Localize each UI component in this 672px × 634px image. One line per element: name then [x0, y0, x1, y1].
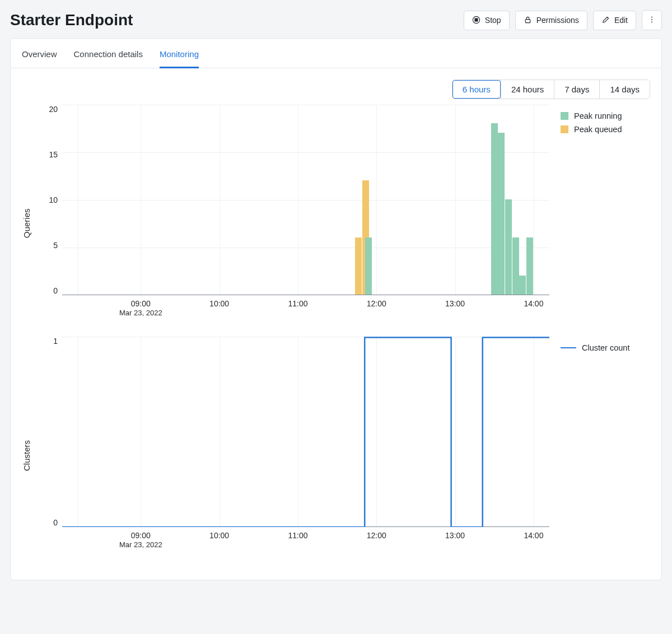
- legend-label: Peak queued: [574, 125, 622, 134]
- header-actions: Stop Permissions Edit: [464, 10, 662, 30]
- kebab-menu-button[interactable]: [642, 10, 662, 30]
- permissions-button[interactable]: Permissions: [515, 11, 587, 30]
- legend-item-running: Peak running: [561, 111, 650, 120]
- x-ticks: 09:00Mar 23, 202210:0011:0012:0013:0014:…: [62, 527, 549, 552]
- legend-swatch: [561, 112, 568, 120]
- tab-monitoring[interactable]: Monitoring: [160, 49, 199, 68]
- svg-point-4: [651, 18, 652, 20]
- svg-rect-1: [475, 18, 478, 21]
- legend-item-cluster: Cluster count: [561, 343, 650, 352]
- y-axis-label: Clusters: [22, 337, 32, 552]
- legend-item-queued: Peak queued: [561, 125, 650, 134]
- legend: Peak runningPeak queued: [561, 105, 650, 320]
- chart-queries: Queries2015105009:00Mar 23, 202210:0011:…: [22, 105, 650, 320]
- svg-point-3: [651, 16, 652, 17]
- y-axis-label: Queries: [22, 105, 32, 320]
- chart-clusters: Clusters1009:00Mar 23, 202210:0011:0012:…: [22, 337, 650, 552]
- time-range-14-days[interactable]: 14 days: [599, 80, 650, 99]
- stop-button-label: Stop: [485, 16, 501, 24]
- y-ticks: 10: [41, 337, 58, 527]
- svg-rect-2: [525, 19, 530, 22]
- time-range-6-hours[interactable]: 6 hours: [452, 80, 501, 99]
- main-card: OverviewConnection detailsMonitoring 6 h…: [10, 38, 662, 580]
- tabs: OverviewConnection detailsMonitoring: [11, 39, 661, 68]
- page-title: Starter Endpoint: [10, 11, 133, 29]
- y-ticks: 20151050: [41, 105, 58, 295]
- edit-button[interactable]: Edit: [593, 11, 636, 30]
- edit-button-label: Edit: [614, 16, 628, 24]
- plot-area: [62, 337, 549, 527]
- tab-connection-details[interactable]: Connection details: [74, 49, 143, 68]
- x-ticks: 09:00Mar 23, 202210:0011:0012:0013:0014:…: [62, 295, 549, 320]
- time-range-24-hours[interactable]: 24 hours: [501, 80, 554, 99]
- stop-button[interactable]: Stop: [464, 11, 510, 30]
- bar-running: [365, 237, 372, 295]
- plot-area: [62, 105, 549, 295]
- tab-overview[interactable]: Overview: [22, 49, 57, 68]
- bar-running: [505, 199, 512, 295]
- bar-running: [519, 276, 526, 295]
- plot-wrap: 2015105009:00Mar 23, 202210:0011:0012:00…: [43, 105, 549, 320]
- time-range-7-days[interactable]: 7 days: [554, 80, 599, 99]
- cluster-count-line: [62, 338, 549, 528]
- kebab-icon: [648, 16, 656, 25]
- bar-queued: [355, 237, 362, 295]
- bar-running: [491, 123, 498, 295]
- bar-running: [512, 237, 519, 295]
- edit-icon: [601, 16, 610, 25]
- plot-wrap: 1009:00Mar 23, 202210:0011:0012:0013:001…: [43, 337, 549, 552]
- legend-label: Peak running: [574, 111, 622, 120]
- legend-swatch: [561, 125, 568, 133]
- legend-label: Cluster count: [582, 343, 629, 352]
- svg-point-5: [651, 21, 652, 22]
- time-range-segmented: 6 hours24 hours7 days14 days: [452, 80, 650, 99]
- lock-icon: [524, 16, 532, 25]
- legend-swatch: [561, 347, 576, 349]
- legend: Cluster count: [561, 337, 650, 552]
- stop-icon: [472, 16, 480, 25]
- permissions-button-label: Permissions: [536, 16, 579, 24]
- bar-running: [498, 133, 505, 295]
- bar-running: [526, 237, 533, 295]
